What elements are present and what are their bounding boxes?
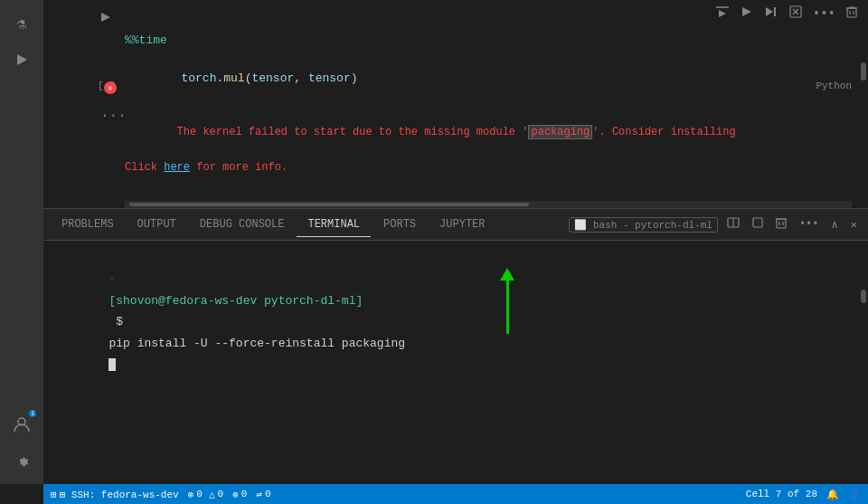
tab-ports[interactable]: PORTS [373, 213, 427, 236]
arrow-line [506, 280, 509, 334]
tab-problems[interactable]: PROBLEMS [51, 213, 125, 236]
run-next-icon[interactable] [760, 4, 782, 24]
status-bar-right: Cell 7 of 28 🔔 👤 [746, 489, 861, 500]
notification-badge: 1 [29, 410, 36, 417]
notebook-area: ••• %%time torch.mul(tensor, tensor) [43, 0, 868, 208]
terminal-prompt-line: ◦ [shovon@fedora-ws-dev pytorch-dl-ml] $… [52, 248, 859, 396]
python-label: Python [816, 81, 852, 91]
kill-terminal-icon[interactable] [772, 214, 790, 234]
settings-icon[interactable] [5, 444, 38, 477]
ssh-label: ⊞ SSH: fedora-ws-dev [60, 489, 179, 500]
terminal-tabs-right: ⬜ bash - pytorch-dl-ml [569, 214, 861, 234]
prompt-dollar: $ [108, 315, 129, 328]
scroll-indicator [861, 62, 866, 81]
ports-status[interactable]: ⊗ 0 [232, 489, 247, 500]
notification-bell[interactable]: 🔔 [826, 489, 839, 500]
more-actions-icon[interactable]: ••• [809, 5, 839, 23]
terminal-scrollbar[interactable] [859, 241, 868, 484]
svg-marker-5 [766, 7, 773, 16]
network-count: 0 [265, 489, 271, 499]
more-terminal-actions-icon[interactable]: ••• [796, 216, 823, 233]
error-line-1: The kernel failed to start due to the mi… [125, 107, 852, 159]
errors-status[interactable]: ⊗ 0 △ 0 [188, 489, 223, 500]
error-count: 0 [196, 489, 203, 499]
here-link[interactable]: here [164, 161, 190, 174]
main-content: ••• %%time torch.mul(tensor, tensor) [43, 0, 868, 504]
green-arrow-annotation [500, 268, 514, 334]
clear-outputs-icon[interactable] [786, 4, 806, 24]
cell-info: Cell 7 of 28 [746, 489, 817, 499]
terminal-cursor [108, 358, 116, 371]
maximize-panel-icon[interactable] [749, 215, 767, 233]
warning-count: 0 [218, 489, 224, 499]
svg-rect-18 [777, 219, 786, 228]
close-panel-icon[interactable]: ✕ [847, 216, 861, 233]
notebook-toolbar: ••• [704, 0, 868, 27]
accounts-icon[interactable]: 1 [5, 408, 38, 441]
code-line-1: %%time [125, 32, 358, 51]
run-icon[interactable] [5, 43, 38, 76]
svg-marker-0 [17, 54, 27, 65]
prompt-path: [shovon@fedora-ws-dev pytorch-dl-ml] [108, 294, 363, 308]
run-all-icon[interactable] [737, 4, 757, 24]
user-status[interactable]: 👤 [848, 489, 861, 500]
packaging-highlight: packaging [528, 125, 592, 139]
tab-terminal[interactable]: TERMINAL [297, 213, 371, 237]
error-message: The kernel failed to start due to the mi… [125, 107, 852, 176]
error-count-icon: ⊗ [188, 489, 194, 500]
collapse-panel-icon[interactable]: ∧ [828, 216, 842, 233]
split-terminal-icon[interactable] [723, 215, 743, 233]
terminal-scroll-thumb [861, 290, 866, 303]
user-icon: 👤 [848, 489, 861, 500]
svg-marker-3 [719, 10, 726, 17]
horizontal-scrollbar[interactable] [125, 201, 852, 208]
flask-icon[interactable]: ⚗ [5, 7, 38, 40]
sidebar: ⚗ 1 [0, 0, 43, 484]
network-icon: ⇌ [256, 489, 262, 500]
terminal-content[interactable]: ◦ [shovon@fedora-ws-dev pytorch-dl-ml] $… [43, 241, 868, 484]
tab-debug-console[interactable]: DEBUG CONSOLE [189, 213, 296, 236]
code-line-2: torch.mul(tensor, tensor) [125, 51, 358, 107]
vertical-scrollbar[interactable] [859, 0, 868, 208]
ports-icon: ⊗ [232, 489, 239, 500]
delete-cell-icon[interactable] [843, 4, 861, 24]
scroll-thumb [129, 203, 529, 206]
error-line-2: Click here for more info. [125, 159, 852, 176]
warning-count-icon: △ [209, 489, 215, 500]
terminal-tabs-bar: PROBLEMS OUTPUT DEBUG CONSOLE TERMINAL P… [43, 209, 868, 241]
svg-rect-17 [753, 218, 762, 227]
arrow-head [500, 268, 514, 281]
ssh-status[interactable]: ⊞ ⊞ SSH: fedora-ws-dev [51, 489, 179, 500]
cell-code: %%time torch.mul(tensor, tensor) [125, 32, 358, 107]
svg-rect-10 [847, 8, 856, 17]
cell-run-button[interactable] [99, 11, 112, 27]
tab-jupyter[interactable]: JUPYTER [429, 213, 495, 236]
ssh-icon: ⊞ [51, 489, 57, 500]
output-dots: ··· [100, 109, 127, 123]
svg-marker-14 [101, 13, 110, 22]
svg-marker-4 [742, 7, 751, 16]
tab-output[interactable]: OUTPUT [127, 213, 187, 236]
terminal-panel: PROBLEMS OUTPUT DEBUG CONSOLE TERMINAL P… [43, 208, 868, 484]
prompt-command: pip install -U --force-reinstall packagi… [108, 337, 405, 350]
ports-count: 0 [241, 489, 248, 499]
error-icon: ✕ [104, 81, 117, 94]
status-bar: ⊞ ⊞ SSH: fedora-ws-dev ⊗ 0 △ 0 ⊗ 0 ⇌ 0 C… [43, 484, 868, 504]
network-status[interactable]: ⇌ 0 [256, 489, 270, 500]
bell-icon: 🔔 [826, 489, 839, 500]
prompt-bullet: ◦ [108, 272, 116, 286]
execute-above-icon[interactable] [712, 4, 733, 24]
bash-session-label[interactable]: ⬜ bash - pytorch-dl-ml [569, 217, 718, 233]
